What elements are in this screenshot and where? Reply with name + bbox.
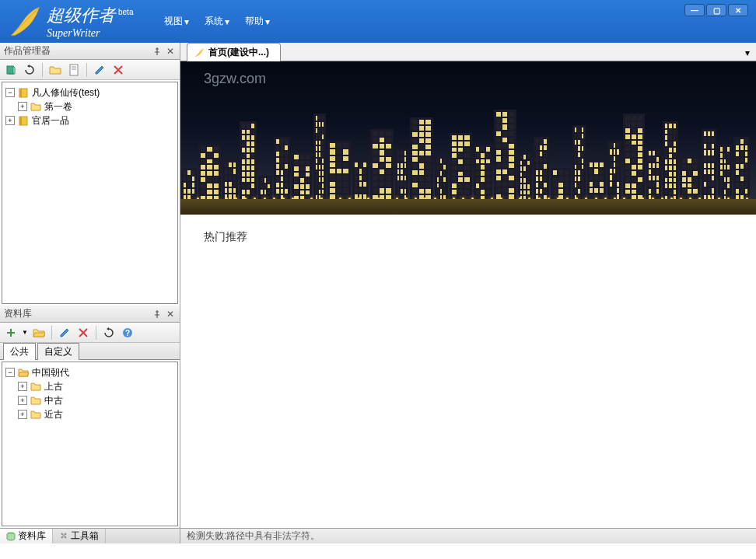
tree-label: 第一卷 [44,100,72,114]
expander-icon[interactable]: + [18,382,27,391]
chevron-down-icon: ▾ [184,16,189,27]
tree-node-folder[interactable]: − 中国朝代 [5,365,174,379]
title-bar: 超级作者 SuperWriter beta 视图▾ 系统▾ 帮助▾ — ▢ ✕ [0,0,756,43]
content-body: 3gzw.com 热门推荐 [180,61,756,528]
edit-button[interactable] [57,325,72,341]
bottom-tab-resource[interactable]: 资料库 [0,529,53,543]
status-message: 检测失败:路径中具有非法字符。 [187,529,320,543]
tree-label: 中古 [44,394,63,407]
svg-rect-1 [70,65,78,75]
help-button[interactable]: ? [120,325,135,341]
tree-node-folder[interactable]: + 中古 [5,393,174,407]
expander-icon[interactable]: − [5,88,15,97]
close-icon[interactable]: ✕ [165,309,176,320]
tab-custom[interactable]: 自定义 [37,343,79,360]
svg-point-11 [62,534,65,537]
svg-rect-7 [19,117,22,125]
works-tree: − 凡人修仙传(test) + 第一卷 + 官居一品 [2,82,178,304]
minimize-button[interactable]: — [684,4,705,16]
feather-icon [8,4,43,39]
pin-icon[interactable] [152,309,163,320]
refresh-button[interactable] [22,62,37,78]
banner-image: 3gzw.com [180,61,756,215]
section-title: 热门推荐 [204,230,733,244]
watermark-text: 3gzw.com [204,71,266,87]
tree-label: 凡人修仙传(test) [32,86,100,100]
folder-icon [30,408,42,421]
pin-icon[interactable] [152,46,163,57]
folder-icon [30,394,42,407]
tree-label: 近古 [44,408,63,421]
svg-text:?: ? [125,329,130,337]
bottom-tab-toolbox[interactable]: 工具箱 [53,529,106,543]
resource-panel-header: 资料库 ✕ [0,306,180,323]
dropdown-arrow-icon[interactable]: ▼ [22,329,28,336]
left-sidebar: 作品管理器 ✕ − 凡人修仙 [0,43,180,543]
works-toolbar [0,60,180,80]
tab-dropdown-icon[interactable]: ▾ [745,47,750,58]
expander-icon[interactable]: + [5,116,15,125]
tree-node-book[interactable]: − 凡人修仙传(test) [5,86,174,100]
delete-button[interactable] [110,62,126,78]
new-folder-button[interactable] [47,62,63,78]
menu-view[interactable]: 视图▾ [164,15,189,28]
expander-icon[interactable]: + [18,102,27,111]
tree-node-folder[interactable]: + 上古 [5,379,174,393]
refresh-button[interactable] [101,325,117,341]
folder-icon [30,380,42,393]
works-panel-header: 作品管理器 ✕ [0,43,180,60]
close-button[interactable]: ✕ [728,4,748,16]
tab-public[interactable]: 公共 [3,343,36,360]
resource-panel: 资料库 ✕ ▼ ? 公共 自定义 [0,306,180,528]
resource-panel-title: 资料库 [4,307,32,320]
delete-button[interactable] [75,325,91,341]
toolbox-icon [59,532,68,541]
tree-label: 官居一品 [32,114,69,128]
tree-label: 上古 [44,380,63,393]
maximize-button[interactable]: ▢ [706,4,726,16]
menu-help[interactable]: 帮助▾ [245,15,270,28]
resource-toolbar: ▼ ? [0,323,180,343]
works-panel-title: 作品管理器 [4,44,51,58]
close-icon[interactable]: ✕ [165,46,176,57]
tree-node-folder[interactable]: + 近古 [5,407,174,421]
svg-rect-0 [7,66,13,74]
add-button[interactable] [3,325,19,341]
chevron-down-icon: ▾ [225,16,229,27]
svg-rect-5 [19,89,22,97]
beta-label: beta [118,8,133,16]
content-area: 首页(建设中...) ▾ 3gzw.com 热门推荐 检测失败:路径中具有非法字… [180,43,756,543]
tree-node-folder[interactable]: + 第一卷 [5,100,174,114]
logo-area: 超级作者 SuperWriter beta [8,4,133,40]
expander-icon[interactable]: + [18,410,27,419]
new-book-button[interactable] [3,62,19,78]
status-bar: 检测失败:路径中具有非法字符。 [180,528,756,543]
folder-open-icon [17,366,30,379]
app-name-en: SuperWriter [47,27,115,40]
app-name-cn: 超级作者 [47,4,115,27]
tab-home[interactable]: 首页(建设中...) [187,43,281,61]
window-controls: — ▢ ✕ [684,4,748,16]
resource-tabs: 公共 自定义 [0,343,180,360]
book-icon [17,86,30,99]
resource-tree: − 中国朝代 + 上古 + 中古 + 近古 [2,362,178,526]
content-tabs: 首页(建设中...) ▾ [180,43,756,61]
open-folder-button[interactable] [31,325,47,341]
menu-bar: 视图▾ 系统▾ 帮助▾ [164,15,270,28]
tree-label: 中国朝代 [32,366,69,379]
folder-icon [30,100,42,113]
database-icon [6,532,16,541]
expander-icon[interactable]: − [5,368,15,377]
tab-label: 首页(建设中...) [208,46,269,59]
chevron-down-icon: ▾ [265,16,270,27]
book-icon [17,114,30,127]
works-panel: 作品管理器 ✕ − 凡人修仙 [0,43,180,306]
bottom-tabs: 资料库 工具箱 [0,528,180,543]
expander-icon[interactable]: + [18,396,27,405]
tree-node-book[interactable]: + 官居一品 [5,114,174,128]
edit-button[interactable] [92,62,107,78]
feather-icon [194,47,205,58]
menu-system[interactable]: 系统▾ [205,15,229,28]
new-doc-button[interactable] [66,62,82,78]
